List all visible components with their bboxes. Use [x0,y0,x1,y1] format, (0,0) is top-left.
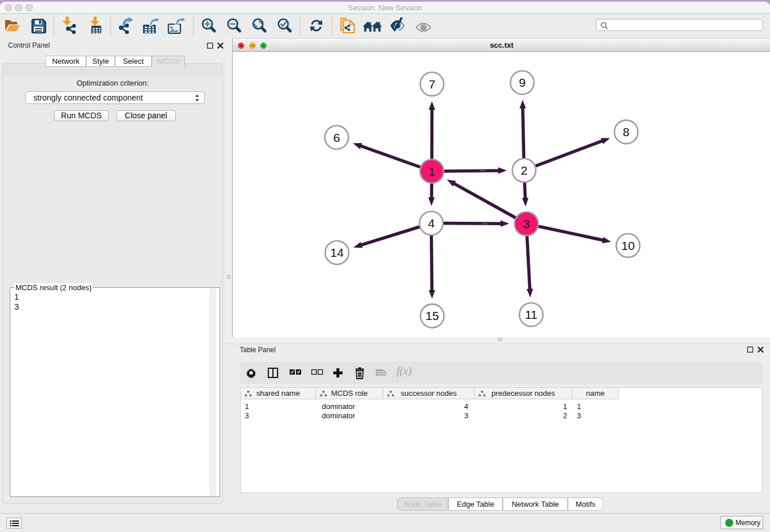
svg-text:7: 7 [429,78,436,91]
svg-text:4: 4 [428,217,435,230]
svg-text:11: 11 [525,308,537,321]
svg-text:8: 8 [623,125,630,138]
svg-text:1: 1 [429,165,436,178]
svg-text:2: 2 [521,164,528,177]
svg-text:15: 15 [426,309,439,322]
svg-text:6: 6 [333,131,340,144]
svg-text:3: 3 [523,217,530,230]
svg-text:9: 9 [519,76,526,89]
svg-text:10: 10 [621,239,634,252]
svg-text:14: 14 [330,246,344,259]
